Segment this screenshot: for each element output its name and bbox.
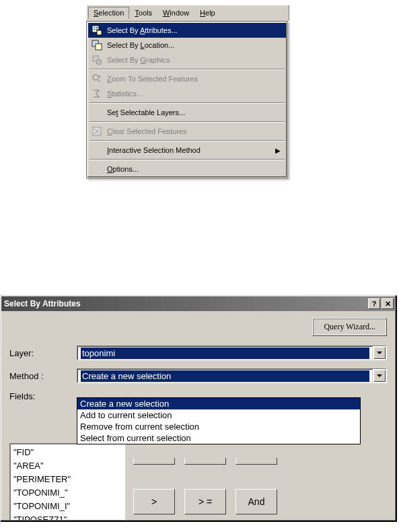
field-item[interactable]: "PERIMETER"	[13, 473, 122, 486]
operator-buttons: > > = And < < = Or	[133, 458, 277, 520]
chevron-down-icon[interactable]	[373, 347, 386, 359]
svg-rect-3	[94, 29, 95, 30]
help-button[interactable]: ?	[368, 298, 380, 309]
menu-separator	[89, 69, 285, 70]
select-by-graphics-icon	[89, 54, 104, 66]
method-option[interactable]: Create a new selection	[77, 398, 360, 409]
svg-point-9	[96, 59, 102, 65]
menu-label: Options...	[107, 165, 283, 173]
layer-combo-value: toponimi	[77, 346, 373, 360]
menu-item-set-selectable-layers[interactable]: Set Selectable Layers...	[88, 105, 286, 120]
op-eq-button[interactable]	[133, 458, 175, 465]
layer-label: Layer:	[9, 348, 77, 358]
menu-label: Select By Graphics	[107, 56, 283, 64]
menu-label: Statistics...	[107, 90, 283, 98]
method-combo[interactable]: Create a new selection	[77, 368, 387, 383]
menu-label: Clear Selected Features	[107, 127, 283, 135]
svg-rect-7	[96, 44, 102, 50]
fields-label: Fields:	[9, 391, 77, 401]
selection-dropdown: Select By Attributes... Select By Locati…	[86, 21, 288, 178]
menu-item-select-by-graphics: Select By Graphics	[88, 53, 286, 67]
blank-icon	[89, 163, 104, 175]
method-combo-value: Create a new selection	[77, 369, 373, 383]
menu-label: Zoom To Selected Features	[107, 75, 283, 83]
method-option[interactable]: Add to current selection	[77, 409, 360, 421]
menubar-item-tools[interactable]: Tools	[129, 7, 157, 19]
method-label: Method :	[9, 371, 77, 381]
svg-rect-5	[97, 30, 102, 35]
op-and-button[interactable]: And	[235, 489, 277, 514]
menu-item-clear-selected: Clear Selected Features	[88, 124, 286, 139]
op-gt-button[interactable]: >	[133, 489, 175, 514]
field-item[interactable]: "TOPONIMI_I"	[13, 500, 122, 513]
field-item[interactable]: "AREA"	[13, 459, 122, 473]
statistics-icon	[89, 88, 104, 100]
fields-listbox[interactable]: "FID" "AREA" "PERIMETER" "TOPONIMI_" "TO…	[9, 443, 126, 520]
menu-label: Set Selectable Layers...	[107, 108, 283, 117]
query-wizard-button[interactable]: Query Wizard...	[312, 318, 387, 336]
field-item[interactable]: "FID"	[13, 446, 122, 459]
menu-label: Select By Location...	[107, 41, 283, 49]
menu-separator	[89, 121, 285, 123]
chevron-down-icon[interactable]	[373, 370, 386, 382]
menu-item-zoom-to-selected: Zoom To Selected Features	[88, 71, 286, 86]
select-by-attributes-icon	[89, 24, 104, 36]
menubar: Selection Tools Window Help	[86, 5, 289, 21]
zoom-selected-icon	[89, 73, 104, 85]
menu-label: Select By Attributes...	[107, 26, 283, 34]
menu-item-select-by-location[interactable]: Select By Location...	[88, 38, 286, 53]
menu-label: Interactive Selection Method	[107, 146, 275, 154]
field-item[interactable]: "TOPONIMI_"	[13, 486, 122, 500]
svg-line-11	[98, 79, 100, 82]
menubar-item-selection[interactable]: Selection	[88, 7, 129, 19]
svg-rect-2	[96, 27, 98, 28]
menubar-item-help[interactable]: Help	[194, 7, 221, 19]
menu-item-options[interactable]: Options...	[88, 162, 286, 176]
menu-separator	[89, 159, 285, 160]
blank-icon	[89, 106, 104, 119]
menu-item-statistics: Statistics...	[88, 86, 286, 101]
dialog-titlebar: Select By Attributes ? ✕	[1, 296, 395, 311]
op-gte-button[interactable]: > =	[184, 489, 226, 514]
submenu-arrow-icon: ▶	[275, 147, 281, 154]
selection-menu-region: Selection Tools Window Help Select By At…	[86, 5, 289, 178]
svg-point-10	[93, 75, 98, 80]
op-like-button[interactable]	[235, 458, 277, 465]
dialog-title: Select By Attributes	[4, 299, 367, 308]
close-button[interactable]: ✕	[382, 298, 394, 309]
field-item[interactable]: "TIPOSEZ71"	[13, 513, 122, 520]
method-combo-list: Create a new selection Add to current se…	[77, 397, 361, 444]
blank-icon	[89, 144, 104, 156]
menu-separator	[89, 102, 285, 104]
layer-combo[interactable]: toponimi	[77, 345, 387, 360]
method-option[interactable]: Remove from current selection	[77, 421, 360, 432]
select-by-location-icon	[89, 39, 104, 51]
select-by-attributes-dialog: Select By Attributes ? ✕ Query Wizard...…	[0, 295, 396, 521]
menu-item-select-by-attributes[interactable]: Select By Attributes...	[88, 23, 286, 38]
menubar-item-window[interactable]: Window	[157, 7, 194, 19]
svg-rect-1	[94, 27, 95, 28]
method-option[interactable]: Select from current selection	[77, 432, 360, 444]
op-ne-button[interactable]	[184, 458, 226, 465]
menu-item-interactive-selection-method[interactable]: Interactive Selection Method ▶	[88, 143, 286, 158]
menu-separator	[89, 140, 285, 141]
clear-selection-icon	[89, 125, 104, 137]
